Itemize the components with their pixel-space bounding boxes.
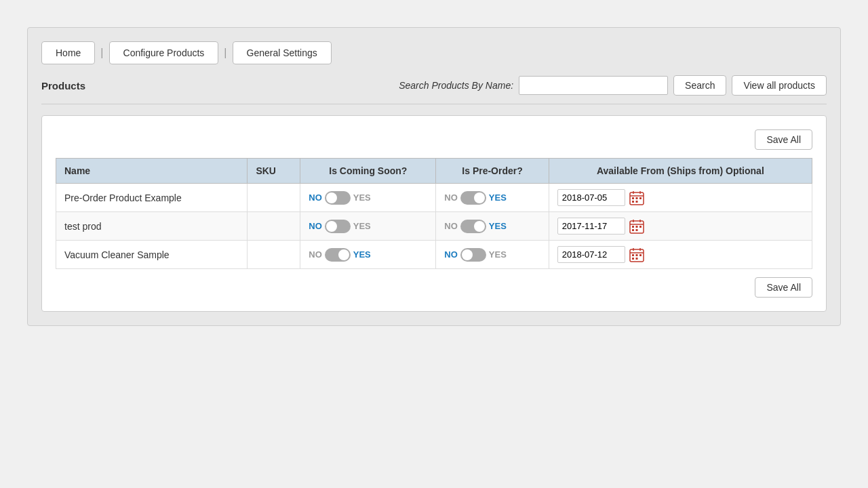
cell-available-from <box>549 212 812 241</box>
toggle-container: NOYES <box>444 191 540 205</box>
toggle-container: NOYES <box>444 248 540 262</box>
svg-rect-23 <box>635 254 637 256</box>
cell-name: Vacuum Cleaner Sample <box>56 241 248 269</box>
svg-rect-17 <box>635 229 637 231</box>
toggle-no-label: NO <box>444 221 458 231</box>
date-cell <box>557 189 804 206</box>
toggle-yes-label: YES <box>353 192 371 203</box>
col-header-available-from: Available From (Ships from) Optional <box>549 159 812 184</box>
svg-rect-14 <box>635 226 637 228</box>
products-title: Products <box>41 80 85 92</box>
cell-available-from <box>549 241 812 269</box>
toggle-yes-label: YES <box>353 249 371 260</box>
toggle-container: NOYES <box>309 191 427 205</box>
view-all-products-button[interactable]: View all products <box>732 75 827 96</box>
date-input[interactable] <box>557 189 625 206</box>
svg-rect-8 <box>635 201 637 203</box>
date-cell <box>557 218 804 235</box>
date-cell <box>557 246 804 263</box>
toggle-no-label: NO <box>444 249 458 260</box>
svg-rect-26 <box>635 258 637 260</box>
svg-rect-24 <box>639 254 642 256</box>
save-all-top-button[interactable]: Save All <box>755 129 812 150</box>
svg-rect-4 <box>632 197 634 199</box>
cell-coming-soon: NOYES <box>300 184 436 212</box>
toggle-pill[interactable] <box>460 191 486 205</box>
col-header-sku: SKU <box>248 159 300 184</box>
svg-rect-6 <box>639 197 642 199</box>
page-wrapper: Home | Configure Products | General Sett… <box>27 27 841 326</box>
cell-coming-soon: NOYES <box>300 212 436 241</box>
svg-rect-16 <box>632 229 634 231</box>
search-button[interactable]: Search <box>673 75 726 96</box>
toggle-yes-label: YES <box>489 249 507 260</box>
calendar-icon[interactable] <box>629 247 644 262</box>
calendar-icon[interactable] <box>629 190 644 205</box>
toggle-pill[interactable] <box>460 248 486 262</box>
cell-name: Pre-Order Product Example <box>56 184 248 212</box>
svg-rect-5 <box>635 197 637 199</box>
cell-pre-order: NOYES <box>436 241 549 269</box>
cell-sku <box>248 212 300 241</box>
save-all-top-row: Save All <box>56 129 812 150</box>
table-row: test prodNOYESNOYES <box>56 212 812 241</box>
table-row: Pre-Order Product ExampleNOYESNOYES <box>56 184 812 212</box>
cell-pre-order: NOYES <box>436 212 549 241</box>
products-header: Products Search Products By Name: Search… <box>41 75 827 96</box>
nav-tab-configure-products[interactable]: Configure Products <box>109 41 219 64</box>
toggle-container: NOYES <box>444 220 540 233</box>
search-label: Search Products By Name: <box>399 80 513 91</box>
table-row: Vacuum Cleaner SampleNOYESNOYES <box>56 241 812 269</box>
cell-pre-order: NOYES <box>436 184 549 212</box>
cell-name: test prod <box>56 212 248 241</box>
calendar-icon[interactable] <box>629 219 644 234</box>
products-table: Name SKU Is Coming Soon? Is Pre-Order? A… <box>56 158 812 269</box>
search-area: Search Products By Name: Search View all… <box>399 75 827 96</box>
toggle-pill[interactable] <box>325 191 351 205</box>
toggle-no-label: NO <box>444 192 458 203</box>
toggle-container: NOYES <box>309 220 427 233</box>
col-header-pre-order: Is Pre-Order? <box>436 159 549 184</box>
toggle-no-label: NO <box>309 249 322 260</box>
toggle-yes-label: YES <box>353 221 371 231</box>
cell-coming-soon: NOYES <box>300 241 436 269</box>
svg-rect-7 <box>632 201 634 203</box>
svg-rect-22 <box>632 254 634 256</box>
save-all-bottom-row: Save All <box>56 277 812 298</box>
cell-available-from <box>549 184 812 212</box>
date-input[interactable] <box>557 218 625 235</box>
svg-rect-15 <box>639 226 642 228</box>
col-header-name: Name <box>56 159 248 184</box>
nav-bar: Home | Configure Products | General Sett… <box>41 41 827 64</box>
divider <box>41 104 827 104</box>
content-box: Save All Name SKU Is Coming Soon? Is Pre… <box>41 115 827 312</box>
col-header-coming-soon: Is Coming Soon? <box>300 159 436 184</box>
toggle-container: NOYES <box>309 248 427 262</box>
toggle-yes-label: YES <box>489 192 507 203</box>
svg-rect-13 <box>632 226 634 228</box>
save-all-bottom-button[interactable]: Save All <box>755 277 812 298</box>
cell-sku <box>248 184 300 212</box>
toggle-yes-label: YES <box>489 221 507 231</box>
svg-rect-25 <box>632 258 634 260</box>
cell-sku <box>248 241 300 269</box>
nav-separator-2: | <box>224 47 226 59</box>
date-input[interactable] <box>557 246 625 263</box>
toggle-pill[interactable] <box>325 220 351 233</box>
nav-tab-home[interactable]: Home <box>41 41 95 64</box>
nav-separator-1: | <box>100 47 103 59</box>
search-input[interactable] <box>519 76 668 95</box>
toggle-no-label: NO <box>309 192 322 203</box>
toggle-pill[interactable] <box>460 220 486 233</box>
toggle-pill[interactable] <box>325 248 351 262</box>
nav-tab-general-settings[interactable]: General Settings <box>233 41 332 64</box>
toggle-no-label: NO <box>309 221 322 231</box>
